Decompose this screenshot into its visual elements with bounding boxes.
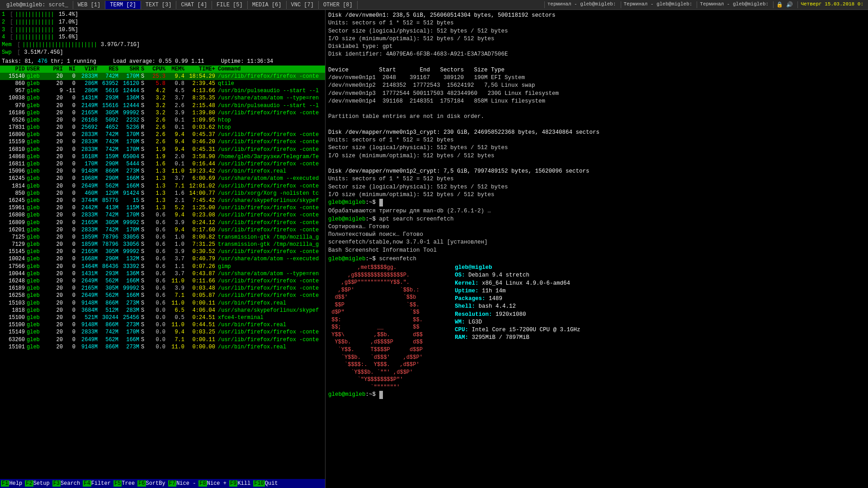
table-row[interactable]: 16186 gleb 20 0 2165M 305M 99992 S 3.2 3… — [0, 109, 325, 117]
table-row[interactable]: 16258 gleb 20 0 2649M 562M 166M S 0.6 7.… — [0, 292, 325, 299]
htop-cpu-header: 1[|||||||||||| 15.4%] 2[|||||||||||| 17.… — [0, 10, 325, 57]
tab-scrot[interactable]: gleb@migleb: scrot_ — [2, 1, 73, 9]
tab-web[interactable]: WEB [1] — [73, 1, 105, 9]
table-row[interactable]: 16811 gleb 20 0 170M 290M 5444 S 1.6 0.1… — [0, 160, 325, 168]
datetime: Четверг 15.03.2018 0: — [797, 1, 866, 8]
table-row[interactable]: 15149 gleb 20 0 2833M 742M 170M S 0.0 9.… — [0, 328, 325, 336]
table-row[interactable]: 1814 gleb 20 0 2649M 562M 166M S 1.3 7.1… — [0, 183, 325, 190]
tab-text[interactable]: TEXT [3] — [141, 1, 177, 9]
terminal-tab-1[interactable]: терминал - gleb@migleb: — [544, 1, 619, 8]
table-row[interactable]: 15100 gleb 20 0 521M 30244 25456 S 0.0 0… — [0, 314, 325, 321]
tab-file[interactable]: FILE [5] — [212, 1, 248, 9]
htop-bottom-bar: F1Help F2Setup F3Search F4Filter F5Tree … — [0, 479, 325, 488]
table-row[interactable]: 10044 gleb 20 0 1431M 293M 136M S 0.6 3.… — [0, 270, 325, 277]
screenfetch-display: ,met$$$$$gg. ,g$$$$$$$$$$$$$$$P. ,g$$P""… — [328, 264, 865, 391]
table-row[interactable]: 10038 gleb 20 0 1431M 293M 136M S 3.2 3.… — [0, 94, 325, 102]
table-row[interactable]: 16808 gleb 20 0 2833M 742M 170M S 0.6 9.… — [0, 211, 325, 219]
table-row[interactable]: 970 gleb 20 0 2149M 15616 12444 S 3.2 2.… — [0, 102, 325, 109]
table-row[interactable]: 7129 gleb 20 0 1859M 78796 33056 S 0.6 1… — [0, 241, 325, 248]
top-bar-right: терминал - gleb@migleb: Терминал - gleb@… — [544, 1, 866, 8]
table-row[interactable]: 14868 gleb 20 0 1618M 159M 65004 S 1.9 2… — [0, 153, 325, 160]
tab-media[interactable]: MEDIA [6] — [248, 1, 287, 9]
htop-panel: 1[|||||||||||| 15.4%] 2[|||||||||||| 17.… — [0, 10, 326, 488]
main-layout: 1[|||||||||||| 15.4%] 2[|||||||||||| 17.… — [0, 10, 868, 488]
table-row[interactable]: 16809 gleb 20 0 2165M 305M 99992 S 0.6 3… — [0, 219, 325, 226]
tab-term[interactable]: TERM [2] — [105, 1, 141, 9]
terminal-output: Disk /dev/nvme0n1: 238,5 GiB, 2560605143… — [326, 10, 868, 488]
table-row[interactable]: 16245 gleb 20 0 3744M 85776 15 S 1.3 2.1… — [0, 197, 325, 204]
table-row[interactable]: 15140 gleb 20 0 2833M 742M 170M S 25.3 9… — [0, 73, 325, 80]
proc-rows: 15140 gleb 20 0 2833M 742M 170M S 25.3 9… — [0, 73, 325, 477]
table-row[interactable]: 15101 gleb 20 0 9148M 866M 273M S 0.0 11… — [0, 343, 325, 351]
table-row[interactable]: 15096 gleb 20 0 9148M 866M 273M S 1.3 11… — [0, 168, 325, 175]
table-row[interactable]: 16245 gleb 20 0 1068M 290M 166M S 1.3 3.… — [0, 175, 325, 182]
table-row[interactable]: 1818 gleb 20 0 3684M 512M 283M S 0.0 6.5… — [0, 307, 325, 314]
table-row[interactable]: 10024 gleb 20 0 1668M 290M 132M S 0.6 3.… — [0, 255, 325, 263]
table-row[interactable]: 17831 gleb 20 0 25692 4652 5236 R 2.6 0.… — [0, 124, 325, 131]
table-row[interactable]: 850 gleb 20 0 460M 129M 91424 S 1.3 1.6 … — [0, 190, 325, 197]
disk-output-section: Disk /dev/nvme0n1: 238,5 GiB, 2560605143… — [328, 12, 865, 206]
table-row[interactable]: 16189 gleb 20 0 2165M 305M 99992 S 0.6 3… — [0, 285, 325, 292]
tray-icons: 🔒 🔊 — [773, 1, 796, 8]
top-bar: gleb@migleb: scrot_ WEB [1] TERM [2] TEX… — [0, 0, 868, 10]
tab-vnc[interactable]: VNC [7] — [287, 1, 319, 9]
table-row[interactable]: 6526 gleb 20 0 26168 5092 2232 S 2.6 0.1… — [0, 117, 325, 124]
tab-other[interactable]: OTHER [8] — [319, 1, 358, 9]
table-row[interactable]: 15961 gleb 20 0 2442M 413M 115M S 1.3 5.… — [0, 204, 325, 211]
table-row[interactable]: 15103 gleb 20 0 9148M 866M 273M S 0.6 11… — [0, 300, 325, 307]
terminal-tab-2[interactable]: Терминал - gleb@migleb: — [621, 1, 695, 8]
htop-stats: Tasks: 81, 476 thr; 1 running Load avera… — [0, 57, 325, 66]
tab-chat[interactable]: CHAT [4] — [176, 1, 212, 9]
table-row[interactable]: 15145 gleb 20 0 2165M 305M 99992 S 0.6 3… — [0, 248, 325, 255]
table-row[interactable]: 63260 gleb 20 0 2649M 562M 166M S 0.0 7.… — [0, 336, 325, 343]
table-row[interactable]: 15100 gleb 20 0 9148M 866M 273M S 0.0 11… — [0, 321, 325, 328]
table-row[interactable]: 16248 gleb 20 0 2649M 562M 166M S 0.6 11… — [0, 277, 325, 285]
table-row[interactable]: 957 gleb 9 -11 286M 5616 12444 S 4.2 4.5… — [0, 87, 325, 94]
table-row[interactable]: 16800 gleb 20 0 2833M 742M 170M S 2.6 9.… — [0, 131, 325, 138]
screenfetch-ascii: ,met$$$$$gg. ,g$$$$$$$$$$$$$$$P. ,g$$P""… — [328, 264, 450, 391]
screenfetch-section: gleb@migleb:~$ screenfetch ,met$$$$$gg. … — [328, 255, 865, 399]
table-row[interactable]: 7125 gleb 20 0 1859M 78796 33056 S 0.6 1… — [0, 234, 325, 241]
right-terminal-panel: Disk /dev/nvme0n1: 238,5 GiB, 2560605143… — [326, 10, 868, 488]
apt-output-section: Обрабатываются триггеры для man-db (2.7.… — [328, 207, 865, 254]
screenfetch-info: gleb@migleb OS: Debian 9.4 stretch Kerne… — [450, 264, 865, 391]
table-row[interactable]: 15159 gleb 20 0 2833M 742M 170M S 2.6 9.… — [0, 138, 325, 145]
process-table: PID USER PRI NI VIRT RES SHR S CPU% MEM%… — [0, 66, 325, 479]
terminal-tab-3[interactable]: Терминал - gleb@migleb: — [697, 1, 771, 8]
table-row[interactable]: 16810 gleb 20 0 2833M 742M 170M S 1.9 9.… — [0, 146, 325, 153]
proc-table-header: PID USER PRI NI VIRT RES SHR S CPU% MEM%… — [0, 66, 325, 73]
table-row[interactable]: 16201 gleb 20 0 2833M 742M 170M S 0.6 9.… — [0, 226, 325, 234]
table-row[interactable]: 860 gleb 20 0 286M 63952 16120 S 5.8 0.8… — [0, 80, 325, 87]
table-row[interactable]: 17566 gleb 20 0 1464M 86436 33392 S 0.6 … — [0, 263, 325, 270]
